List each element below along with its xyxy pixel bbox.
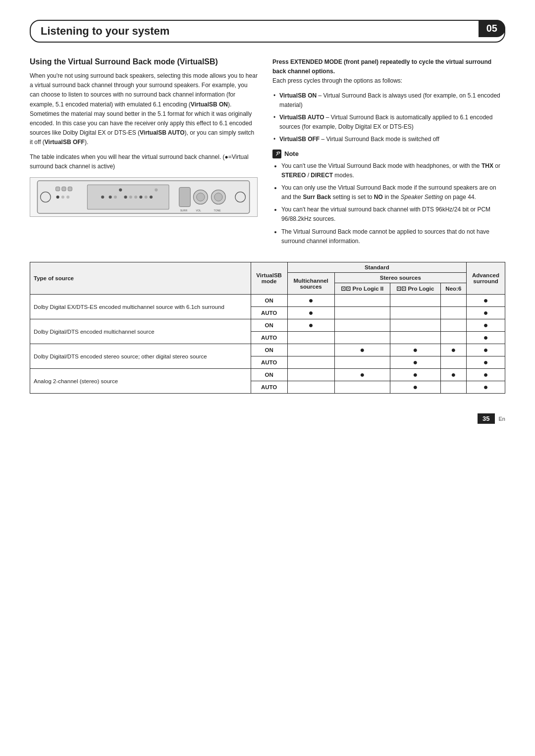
table-row-pro_logic2 [334,319,390,332]
table-row-advanced: ● [466,356,505,369]
table-row-advanced: ● [466,295,505,307]
table-row-mode: ON [251,369,287,381]
table-row-mode: AUTO [251,332,287,344]
svg-point-10 [109,196,112,199]
table-row-advanced: ● [466,319,505,332]
table-row-mode: ON [251,295,287,307]
table-row-pro_logic2 [334,307,390,319]
col-source-header: Type of source [30,262,251,295]
list-item: VirtualSB AUTO – Virtual Surround Back i… [272,113,505,132]
table-row-pro_logic [390,295,441,307]
left-column: Using the Virtual Surround Back mode (Vi… [30,57,258,253]
svg-text:TONE: TONE [214,209,221,212]
svg-point-5 [56,196,59,199]
table-section: Type of source VirtualSBmode Standard Ad… [30,262,505,394]
table-row-neo6: ● [440,344,466,356]
table-row-mode: ON [251,344,287,356]
page-lang: En [499,416,505,422]
note-box: 𝓟 Note You can't use the Virtual Surroun… [272,150,505,247]
table-row-multichannel: ● [287,319,334,332]
table-row-neo6 [440,319,466,332]
table-row-advanced: ● [466,332,505,344]
note-title: 𝓟 Note [272,150,505,158]
page-footer: 35 En [30,413,505,424]
table-row-advanced: ● [466,307,505,319]
table-note-text: The table indicates when you will hear t… [30,152,258,171]
table-row-source: Dolby Digital/DTS encoded stereo source;… [30,344,251,369]
svg-point-17 [145,196,148,199]
list-item: VirtualSB OFF – Virtual Surround Back mo… [272,135,505,144]
note-item: The Virtual Surround Back mode cannot be… [281,227,505,246]
note-item: You can't hear the virtual surround back… [281,205,505,224]
table-row-neo6: ● [440,369,466,381]
col-prologic-header: ⊡⊡ Pro Logic [390,283,441,295]
table-row-pro_logic: ● [390,356,441,369]
svg-point-15 [134,196,137,199]
table-row-multichannel [287,344,334,356]
note-list: You can't use the Virtual Surround Back … [272,161,505,247]
col-stereo-header: Stereo sources [334,273,466,283]
table-row-neo6 [440,381,466,394]
table-row-pro_logic2 [334,356,390,369]
svg-point-22 [197,193,205,201]
right-intro-bold: Press EXTENDED MODE (front panel) repeat… [272,57,505,86]
table-row-pro_logic: ● [390,369,441,381]
col-neo6-header: Neo:6 [440,283,466,295]
table-row-pro_logic2 [334,332,390,344]
svg-point-11 [114,196,117,199]
intro-paragraph: When you're not using surround back spea… [30,71,258,148]
table-row-advanced: ● [466,344,505,356]
page-header: Listening to your system 05 [30,20,505,43]
note-item: You can only use the Virtual Surround Ba… [281,183,505,202]
col-advanced-header: Advancedsurround [466,262,505,295]
table-row-pro_logic [390,332,441,344]
table-row-neo6 [440,295,466,307]
svg-point-19 [155,188,158,191]
table-row-mode: AUTO [251,307,287,319]
svg-point-6 [61,196,64,199]
main-content: Using the Virtual Surround Back mode (Vi… [30,57,505,253]
col-prologic2-header: ⊡⊡ Pro Logic II [334,283,390,295]
list-item: VirtualSB ON – Virtual Surround Back is … [272,91,505,110]
table-row-pro_logic [390,307,441,319]
svg-rect-2 [56,187,60,191]
table-row-advanced: ● [466,369,505,381]
table-row-source: Dolby Digital/DTS encoded multichannel s… [30,319,251,344]
svg-point-13 [124,196,127,199]
svg-text:SURR: SURR [180,209,188,212]
table-row-mode: AUTO [251,356,287,369]
svg-rect-20 [179,187,191,206]
svg-text:VOL: VOL [196,209,201,212]
table-row-neo6 [440,332,466,344]
table-row-pro_logic: ● [390,381,441,394]
table-row-mode: ON [251,319,287,332]
col-vsb-header: VirtualSBmode [251,262,287,295]
table-row-neo6 [440,356,466,369]
table-row-pro_logic: ● [390,344,441,356]
note-item: You can't use the Virtual Surround Back … [281,161,505,180]
table-row-multichannel [287,381,334,394]
table-row-multichannel: ● [287,307,334,319]
table-row-pro_logic2 [334,381,390,394]
vsb-table: Type of source VirtualSBmode Standard Ad… [30,262,505,394]
device-panel-image: SURR VOL TONE [30,177,258,217]
svg-point-24 [214,193,222,201]
table-row-pro_logic [390,319,441,332]
svg-point-12 [119,188,122,191]
table-row-multichannel: ● [287,295,334,307]
table-row-mode: AUTO [251,381,287,394]
table-row-multichannel [287,356,334,369]
table-row-neo6 [440,307,466,319]
svg-rect-3 [62,187,66,191]
page-title: Listening to your system [41,25,169,38]
svg-point-16 [140,196,143,199]
table-row-multichannel [287,332,334,344]
table-row-advanced: ● [466,381,505,394]
table-row-source: Analog 2-channel (stereo) source [30,369,251,394]
table-row-multichannel [287,369,334,381]
svg-point-14 [129,196,132,199]
svg-point-9 [102,196,105,199]
options-list: VirtualSB ON – Virtual Surround Back is … [272,91,505,145]
col-standard-header: Standard [287,262,466,273]
table-row-pro_logic2 [334,295,390,307]
